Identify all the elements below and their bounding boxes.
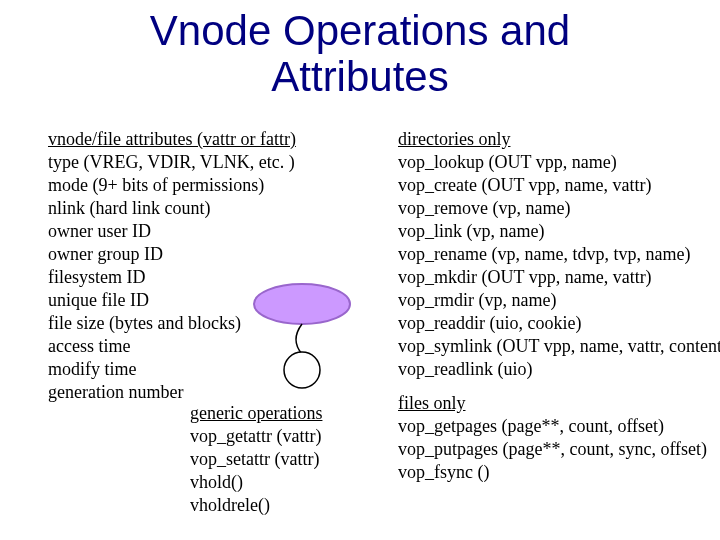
file-line: vop_fsync () [398,461,718,484]
generic-line: vhold() [190,471,390,494]
attr-line: generation number [48,381,348,404]
dir-line: vop_mkdir (OUT vpp, name, vattr) [398,266,718,289]
attr-line: owner user ID [48,220,348,243]
attr-line: type (VREG, VDIR, VLNK, etc. ) [48,151,348,174]
attr-line: access time [48,335,348,358]
files-header: files only [398,392,718,415]
attr-line: unique file ID [48,289,348,312]
dir-line: vop_link (vp, name) [398,220,718,243]
attr-line: mode (9+ bits of permissions) [48,174,348,197]
dir-line: vop_readlink (uio) [398,358,718,381]
attr-line: nlink (hard link count) [48,197,348,220]
title-line-1: Vnode Operations and [150,7,570,54]
dir-line: vop_rmdir (vp, name) [398,289,718,312]
files-block: files only vop_getpages (page**, count, … [398,392,718,484]
generic-line: vop_setattr (vattr) [190,448,390,471]
dirs-header: directories only [398,128,718,151]
attr-line: filesystem ID [48,266,348,289]
directories-block: directories only vop_lookup (OUT vpp, na… [398,128,718,381]
generic-line: vop_getattr (vattr) [190,425,390,448]
dir-line: vop_readdir (uio, cookie) [398,312,718,335]
dir-line: vop_rename (vp, name, tdvp, tvp, name) [398,243,718,266]
dir-line: vop_remove (vp, name) [398,197,718,220]
generic-line: vholdrele() [190,494,390,517]
file-line: vop_putpages (page**, count, sync, offse… [398,438,718,461]
dir-line: vop_lookup (OUT vpp, name) [398,151,718,174]
file-line: vop_getpages (page**, count, offset) [398,415,718,438]
title-line-2: Attributes [271,53,448,100]
attr-line: owner group ID [48,243,348,266]
generic-header: generic operations [190,402,390,425]
attributes-block: vnode/file attributes (vattr or fattr) t… [48,128,348,404]
attributes-header: vnode/file attributes (vattr or fattr) [48,128,348,151]
slide-title: Vnode Operations and Attributes [0,8,720,100]
generic-ops-block: generic operations vop_getattr (vattr) v… [190,402,390,517]
slide: Vnode Operations and Attributes vnode/fi… [0,0,720,540]
attr-line: file size (bytes and blocks) [48,312,348,335]
dir-line: vop_symlink (OUT vpp, name, vattr, conte… [398,335,718,358]
attr-line: modify time [48,358,348,381]
dir-line: vop_create (OUT vpp, name, vattr) [398,174,718,197]
